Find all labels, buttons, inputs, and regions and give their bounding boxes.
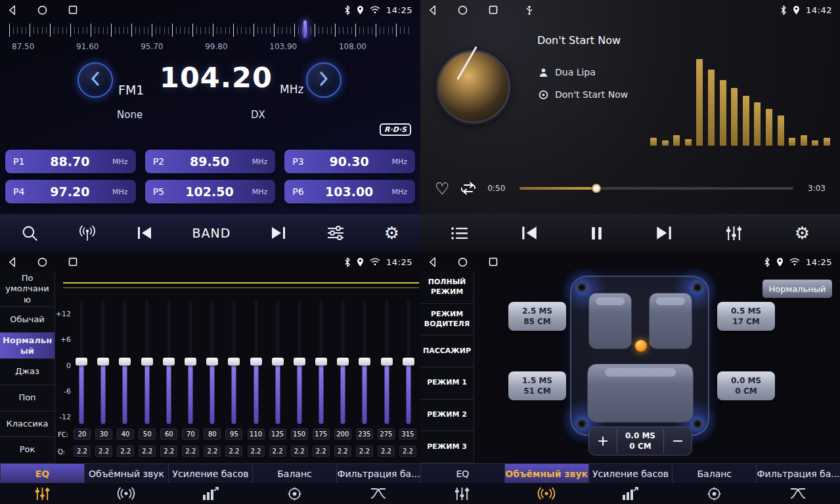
eq-band-slider[interactable] xyxy=(379,299,395,424)
mixer-icon[interactable] xyxy=(725,225,743,242)
listener-position-indicator[interactable] xyxy=(635,340,647,352)
delay-front-left-button[interactable]: 2.5 MS 85 CM xyxy=(508,302,566,331)
surround-tab-icon[interactable] xyxy=(504,483,588,504)
bass-boost-tab-icon[interactable] xyxy=(588,483,673,504)
tune-up-button[interactable] xyxy=(306,62,342,98)
eq-preset-item[interactable]: Рок xyxy=(0,437,55,463)
nav-back-icon[interactable] xyxy=(428,5,437,15)
playlist-icon[interactable] xyxy=(451,226,468,240)
favorite-icon[interactable]: ♡ xyxy=(435,180,449,197)
frequency-scale[interactable] xyxy=(9,22,412,38)
slider-handle[interactable] xyxy=(294,358,305,366)
audio-tab[interactable]: Баланс xyxy=(672,464,756,483)
eq-band-slider[interactable] xyxy=(292,299,307,424)
bass-boost-tab-icon[interactable] xyxy=(168,483,252,504)
preset-button[interactable]: P4 97.20 MHz xyxy=(5,180,136,203)
slider-handle[interactable] xyxy=(206,358,218,366)
slider-handle[interactable] xyxy=(315,358,327,366)
seek-prev-icon[interactable] xyxy=(136,226,153,240)
slider-handle[interactable] xyxy=(381,358,393,366)
slider-handle[interactable] xyxy=(141,358,153,366)
audio-tab[interactable]: Усиление басов xyxy=(588,464,673,483)
audio-settings-icon[interactable] xyxy=(326,225,345,241)
delay-front-right-button[interactable]: 0.5 MS 17 CM xyxy=(717,302,775,331)
progress-knob[interactable] xyxy=(592,184,601,193)
eq-band-slider[interactable] xyxy=(74,299,89,424)
audio-tab[interactable]: Фильтрация ба... xyxy=(336,464,420,483)
nav-home-icon[interactable] xyxy=(37,5,47,15)
increase-delay-button[interactable]: + xyxy=(589,434,617,448)
broadcast-icon[interactable] xyxy=(78,224,97,242)
eq-band-slider[interactable] xyxy=(95,299,111,424)
eq-band-slider[interactable] xyxy=(117,299,133,424)
preset-button[interactable]: P1 88.70 MHz xyxy=(5,150,136,173)
delay-rear-left-button[interactable]: 1.5 MS 51 CM xyxy=(508,371,566,400)
eq-tab-icon[interactable] xyxy=(0,483,84,504)
nav-recents-icon[interactable] xyxy=(68,5,77,14)
filter-tab-icon[interactable] xyxy=(336,483,420,504)
eq-band-slider[interactable] xyxy=(183,299,198,424)
decrease-delay-button[interactable]: − xyxy=(664,434,692,448)
slider-handle[interactable] xyxy=(97,358,109,366)
listening-mode-item[interactable]: РЕЖИМ 2 xyxy=(420,400,474,432)
tune-down-button[interactable] xyxy=(77,62,113,98)
nav-back-icon[interactable] xyxy=(428,257,437,267)
preset-button[interactable]: P2 89.50 MHz xyxy=(145,150,276,173)
previous-track-icon[interactable] xyxy=(520,225,539,241)
eq-preset-item[interactable]: Поп xyxy=(0,385,55,411)
soundfield-preset-button[interactable]: Нормальный xyxy=(763,280,832,298)
settings-gear-icon[interactable]: ⚙ xyxy=(795,224,810,242)
audio-tab[interactable]: Фильтрация ба... xyxy=(756,464,840,483)
nav-back-icon[interactable] xyxy=(8,257,16,267)
listening-mode-item[interactable]: ПОЛНЫЙ РЕЖИМ xyxy=(420,272,474,304)
pause-icon[interactable] xyxy=(590,226,603,241)
nav-back-icon[interactable] xyxy=(8,5,16,15)
nav-recents-icon[interactable] xyxy=(68,257,77,266)
nav-home-icon[interactable] xyxy=(458,257,468,267)
eq-preset-item[interactable]: Классика xyxy=(0,411,55,438)
slider-handle[interactable] xyxy=(185,358,196,366)
slider-handle[interactable] xyxy=(359,358,370,366)
eq-band-slider[interactable] xyxy=(335,299,351,424)
repeat-icon[interactable] xyxy=(460,181,477,196)
listening-mode-item[interactable]: РЕЖИМ 1 xyxy=(420,368,474,400)
eq-band-slider[interactable] xyxy=(401,299,416,424)
surround-tab-icon[interactable] xyxy=(84,483,168,504)
eq-band-slider[interactable] xyxy=(357,299,372,424)
eq-band-slider[interactable] xyxy=(248,299,264,424)
slider-handle[interactable] xyxy=(76,358,87,366)
nav-home-icon[interactable] xyxy=(37,257,47,267)
audio-tab[interactable]: Объёмный звук xyxy=(504,464,588,483)
eq-band-slider[interactable] xyxy=(204,299,220,424)
audio-tab[interactable]: EQ xyxy=(0,464,84,483)
filter-tab-icon[interactable] xyxy=(756,483,840,504)
slider-handle[interactable] xyxy=(163,358,175,366)
preset-button[interactable]: P6 103.00 MHz xyxy=(284,180,415,203)
balance-tab-icon[interactable] xyxy=(672,483,756,504)
progress-bar[interactable] xyxy=(519,187,793,190)
slider-handle[interactable] xyxy=(250,358,262,366)
slider-handle[interactable] xyxy=(272,358,284,366)
audio-tab[interactable]: Усиление басов xyxy=(168,464,252,483)
listening-mode-item[interactable]: РЕЖИМ 3 xyxy=(420,431,474,463)
eq-band-slider[interactable] xyxy=(139,299,155,424)
slider-handle[interactable] xyxy=(119,358,131,366)
slider-handle[interactable] xyxy=(228,358,240,366)
audio-tab[interactable]: EQ xyxy=(420,464,504,483)
band-button[interactable]: BAND xyxy=(192,226,231,240)
settings-gear-icon[interactable]: ⚙ xyxy=(384,224,399,242)
eq-preset-item[interactable]: Джаз xyxy=(0,359,55,385)
eq-band-slider[interactable] xyxy=(161,299,177,424)
search-icon[interactable] xyxy=(21,224,39,242)
delay-rear-right-button[interactable]: 0.0 MS 0 CM xyxy=(717,371,775,400)
nav-recents-icon[interactable] xyxy=(489,5,498,14)
audio-tab[interactable]: Объёмный звук xyxy=(84,464,168,483)
listening-mode-item[interactable]: РЕЖИМ ВОДИТЕЛЯ xyxy=(420,304,474,336)
eq-band-slider[interactable] xyxy=(270,299,286,424)
eq-preset-item[interactable]: Обычай xyxy=(0,307,55,333)
eq-preset-item[interactable]: По умолчанию xyxy=(0,272,55,307)
eq-tab-icon[interactable] xyxy=(420,483,504,504)
nav-recents-icon[interactable] xyxy=(489,257,498,266)
audio-tab[interactable]: Баланс xyxy=(252,464,336,483)
eq-preset-item[interactable]: Нормальный xyxy=(0,333,55,359)
